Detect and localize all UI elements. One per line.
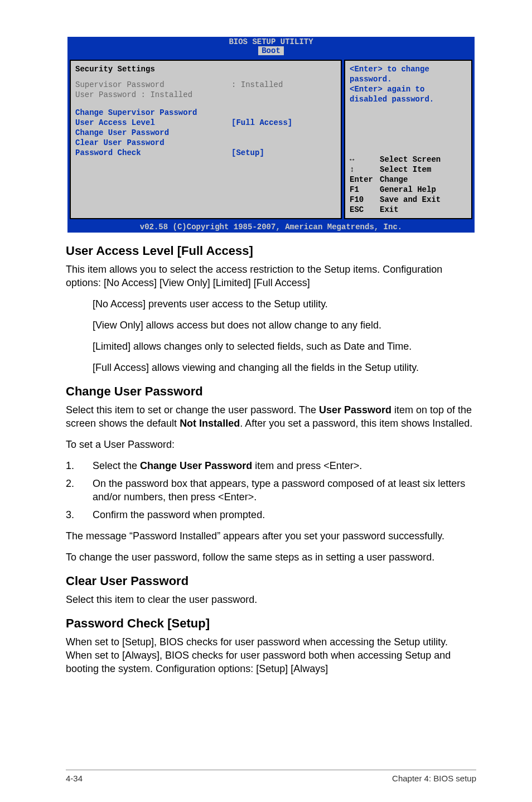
para-cup-success: The message “Password Installed” appears…	[66, 529, 476, 543]
user-password-label: User Password : Installed	[75, 90, 231, 100]
supervisor-password-value: : Installed	[231, 80, 336, 90]
heading-password-check: Password Check [Setup]	[66, 616, 476, 631]
bios-title: BIOS SETUP UTILITY	[67, 37, 475, 46]
para-clear-user-password: Select this item to clear the user passw…	[66, 593, 476, 606]
nav-select-screen: Select Screen	[380, 154, 441, 165]
tab-boot[interactable]: Boot	[258, 46, 284, 55]
steps-list: Select the Change User Password item and…	[66, 459, 476, 521]
bold-user-password: User Password	[319, 404, 391, 416]
change-supervisor-password[interactable]: Change Supervisor Password	[75, 108, 336, 118]
text-fragment: item and press <Enter>.	[252, 460, 362, 471]
arrows-lr-icon: ↔	[350, 154, 380, 165]
supervisor-password-label: Supervisor Password	[75, 80, 231, 90]
bios-left-pane: Security Settings Supervisor Password : …	[70, 60, 342, 219]
para-cup-intro: Select this item to set or change the us…	[66, 403, 476, 430]
password-check-value: [Setup]	[231, 148, 336, 158]
para-ual-intro: This item allows you to select the acces…	[66, 263, 476, 289]
para-password-check: When set to [Setup], BIOS checks for use…	[66, 635, 476, 675]
list-item: On the password box that appears, type a…	[77, 477, 476, 504]
help-text-2: <Enter> again to disabled password.	[350, 84, 467, 104]
page-number: 4-34	[66, 774, 83, 783]
bios-nav-keys: ↔Select Screen ↕Select Item EnterChange …	[350, 154, 467, 215]
para-cup-toset: To set a User Password:	[66, 438, 476, 451]
key-esc: ESC	[350, 205, 380, 215]
bios-screenshot: BIOS SETUP UTILITY Boot Security Setting…	[67, 37, 475, 233]
para-ual-fullaccess: [Full Access] allows viewing and changin…	[66, 361, 476, 374]
bold-not-installed: Not Installed	[180, 418, 240, 429]
para-ual-noaccess: [No Access] prevents user access to the …	[66, 297, 476, 311]
security-settings-heading: Security Settings	[75, 64, 336, 74]
para-cup-change: To change the user password, follow the …	[66, 550, 476, 564]
text-fragment: Select this item to set or change the us…	[66, 404, 319, 416]
chapter-label: Chapter 4: BIOS setup	[392, 774, 476, 783]
change-user-password[interactable]: Change User Password	[75, 128, 336, 138]
document-page: BIOS SETUP UTILITY Boot Security Setting…	[0, 0, 532, 802]
user-access-level-label: User Access Level	[75, 118, 231, 128]
nav-general-help: General Help	[380, 185, 436, 195]
text-fragment: Select the	[93, 460, 140, 471]
key-enter: Enter	[350, 175, 380, 185]
list-item: Select the Change User Password item and…	[77, 459, 476, 472]
heading-clear-user-password: Clear User Password	[66, 574, 476, 588]
bios-tab-bar: Boot	[67, 46, 475, 57]
nav-change: Change	[380, 175, 408, 185]
heading-change-user-password: Change User Password	[66, 384, 476, 399]
password-check[interactable]: Password Check [Setup]	[75, 148, 336, 158]
password-check-label: Password Check	[75, 148, 231, 158]
list-item: Confirm the password when prompted.	[77, 508, 476, 521]
key-f10: F10	[350, 195, 380, 205]
key-f1: F1	[350, 185, 380, 195]
user-access-level-value: [Full Access]	[231, 118, 336, 128]
user-access-level[interactable]: User Access Level [Full Access]	[75, 118, 336, 128]
bold-change-user-password: Change User Password	[140, 460, 252, 471]
nav-exit: Exit	[380, 205, 399, 215]
nav-select-item: Select Item	[380, 165, 431, 175]
nav-save-exit: Save and Exit	[380, 195, 441, 205]
page-footer: 4-34 Chapter 4: BIOS setup	[66, 770, 476, 783]
para-ual-viewonly: [View Only] allows access but does not a…	[66, 318, 476, 332]
arrows-ud-icon: ↕	[350, 165, 380, 175]
bios-right-pane: <Enter> to change password. <Enter> agai…	[344, 60, 472, 219]
bios-copyright: v02.58 (C)Copyright 1985-2007, American …	[67, 221, 475, 233]
para-ual-limited: [Limited] allows changes only to selecte…	[66, 340, 476, 353]
clear-user-password[interactable]: Clear User Password	[75, 138, 336, 148]
bios-body: Security Settings Supervisor Password : …	[67, 57, 475, 221]
user-password-row: User Password : Installed	[75, 90, 336, 100]
heading-user-access-level: User Access Level [Full Access]	[66, 244, 476, 258]
supervisor-password-row: Supervisor Password : Installed	[75, 80, 336, 90]
help-text-1: <Enter> to change password.	[350, 64, 467, 84]
text-fragment: . After you set a password, this item sh…	[240, 418, 472, 429]
